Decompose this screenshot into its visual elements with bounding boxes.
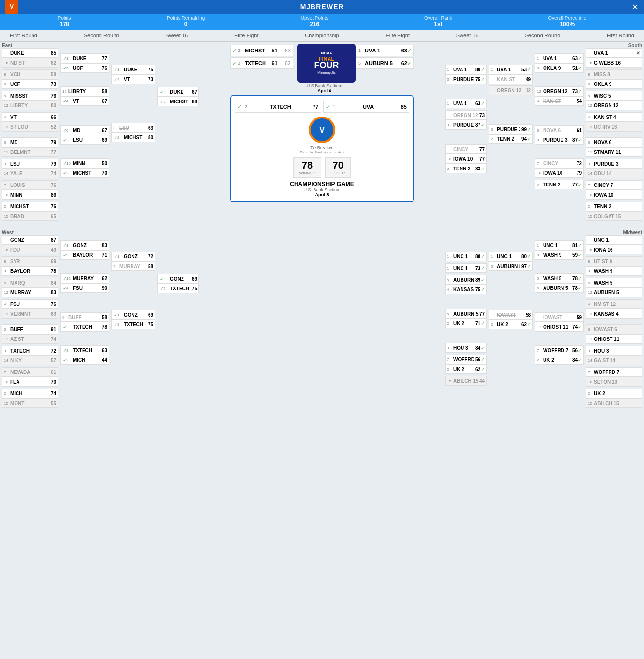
- team-row: 15BRAD65: [2, 211, 58, 221]
- svg-text:NCAA: NCAA: [321, 51, 332, 55]
- team-row: 1UVA 153✓: [489, 65, 533, 74]
- team-row: 5WISC 5: [586, 91, 642, 101]
- team-row: 3HOU 384✓: [445, 343, 487, 353]
- team-row: 16IONA 16: [586, 245, 642, 254]
- team-row: 10IOWA 1079: [535, 168, 584, 178]
- team-row: 2UK 262✓: [445, 364, 487, 374]
- loser-label: LOSER: [331, 171, 345, 175]
- right-side: South 1UVA 1✕ 16G WEBB 16 8MISS 8 9OKLA …: [416, 42, 644, 408]
- champ-date: April 8: [235, 192, 409, 197]
- team-row: 12MURRAY83: [2, 287, 58, 297]
- team-row: ✓3TXTECH63: [60, 345, 109, 355]
- team-row: 7CINCY 7: [586, 180, 642, 190]
- stats-bar: Points 178 Points Remaining 0 Upset Poin…: [0, 14, 644, 30]
- team-row: 7NEVADA61: [2, 367, 58, 377]
- west-label: West: [2, 230, 14, 235]
- team-row: 11OHIOST 1174✓: [535, 322, 584, 332]
- team-row: 1GONZ87: [2, 235, 58, 245]
- team-row: ✓1DUKE75: [111, 65, 155, 74]
- team-row: 8MISS 8: [586, 69, 642, 79]
- team-row: ✓9BAYLOR71: [60, 250, 109, 260]
- ff-date: April 6: [297, 88, 352, 93]
- midwest-label: Midwest: [623, 230, 642, 235]
- team-row: ✓3TXTECH61—62: [230, 57, 293, 69]
- team-row: ✓6MD67: [60, 125, 109, 135]
- team-row: 1UVA 163✓: [445, 99, 487, 108]
- round-sweet16-left: Sweet 16: [165, 33, 188, 38]
- team-row: 5AUBURN 577: [445, 309, 487, 319]
- team-row: ✓12MURRAY62: [60, 273, 109, 283]
- team-row: 16ND ST62: [2, 58, 58, 68]
- loser-score: 70: [331, 160, 345, 171]
- east-label: East: [2, 43, 12, 48]
- team-row: 12LIBRTY80: [2, 101, 58, 110]
- team-row: 10IOWA 1077: [445, 154, 487, 164]
- team-row: 13KANSAS 4: [586, 309, 642, 319]
- header-logo: V: [5, 0, 18, 14]
- r2-south: 1UVA 163✓ 9OKLA 951✓ 12OREGN 1273✓ 4KAN …: [534, 53, 585, 221]
- s16-midwest: 1UNC 180✓ 5AUBURN 597✓ IOWAST58 2UK 262✓: [488, 252, 534, 408]
- team-row: 14ODU 14: [586, 169, 642, 178]
- e8-south: 1UVA 180✓ 3PURDUE 375✓ 1UVA 163✓ OREGN 1…: [444, 65, 488, 221]
- team-row: 5BUFF91: [2, 324, 58, 334]
- team-row: 1UNC 180✓: [489, 252, 533, 261]
- round-sweet16-right: Sweet 16: [456, 33, 479, 38]
- team-row: 9OKLA 951✓: [535, 63, 584, 73]
- svg-text:FOUR: FOUR: [314, 60, 339, 70]
- team-row: ✓4VT73: [111, 74, 155, 84]
- ff-logo-area: NCAA FINAL FOUR Minneapolis U.S Bank Sta…: [296, 44, 354, 93]
- bracket-wrapper: East 1DUKE85 16ND ST62 8VCU58 9UCF73 5MI…: [0, 42, 644, 408]
- team-row: 2UK 284✓: [535, 355, 584, 365]
- team-row: ✓4FSU90: [60, 283, 109, 293]
- team-row: 1UNC 1: [586, 235, 642, 245]
- e8-midwest: 1UNC 188✓ 1UNC 173✓ 5AUBURN 589✓ 4KANSAS…: [444, 252, 488, 408]
- team-row: IOWAST59: [535, 312, 584, 322]
- team-row: 7WOFFRD 7: [586, 367, 642, 377]
- team-row: 3PURDUE 3: [586, 159, 642, 169]
- champ-venue: U.S. Bank Stadium: [235, 187, 409, 192]
- team-row: 10FLA70: [2, 377, 58, 387]
- team-row: 14GA ST 14: [586, 355, 642, 365]
- r1-midwest: 1UNC 1 16IONA 16 8UT ST 8 9WASH 9 5WASH …: [585, 235, 643, 408]
- uva-logo: V: [309, 117, 335, 143]
- team-row: ✓3LSU69: [60, 135, 109, 145]
- r2-midwest: 1UNC 181✓ 9WASH 959✓ 5WASH 578✓ 5AUBURN …: [534, 240, 585, 408]
- team-row: 10MINN86: [2, 190, 58, 200]
- team-row: 11STMARY 11: [586, 147, 642, 157]
- team-row: ✓3TXTECH75: [111, 320, 155, 329]
- team-row: 5AUBURN 578✓: [535, 283, 584, 293]
- team-row: 2MICH74: [2, 389, 58, 398]
- team-row: ✓2MICH44: [60, 355, 109, 365]
- rounds-bar: First Round Second Round Sweet 16 Elite …: [0, 30, 644, 42]
- center-area: ✓2MICHST51—63 ✓3TXTECH61—62 NCAA FINAL F…: [228, 42, 416, 408]
- close-button[interactable]: ✕: [632, 2, 638, 12]
- team-row: 4KANSAS 475✓: [445, 285, 487, 294]
- team-row: 2TENN 294✓: [489, 134, 533, 144]
- rank-stat: Overall Rank 1st: [424, 16, 452, 28]
- champ-teams: ✓3TXTECH77 ✓1UVA85: [235, 100, 409, 114]
- team-row: ✓4VT67: [60, 96, 109, 106]
- team-row: 6BUFF58: [60, 312, 109, 322]
- team-row: 3PURDUE 375✓: [445, 74, 487, 84]
- round-second-left: Second Round: [84, 33, 119, 38]
- team-row: 12OREGN 1273✓: [535, 86, 584, 96]
- team-row: 3PURDUE 387✓: [445, 120, 487, 130]
- r1-west: 1GONZ87 16FDU49 8SYR69 9BAYLOR78 5MARQ64…: [1, 235, 59, 408]
- percentile-stat: Overall Percentile 100%: [548, 16, 586, 28]
- team-row: 5WASH 578✓: [535, 273, 584, 283]
- team-row: 1UVA 1✕: [586, 48, 642, 58]
- team-row: 3HOU 3: [586, 346, 642, 355]
- team-row: 11BELMNT77: [2, 147, 58, 157]
- team-row: 12AUBURN 5: [586, 287, 642, 297]
- ff-left: ✓2MICHST51—63 ✓3TXTECH61—62: [230, 44, 293, 70]
- team-row: 16FDU49: [2, 245, 58, 254]
- team-row: 7LOUIS76: [2, 180, 58, 190]
- team-row: 4VT66: [2, 112, 58, 122]
- team-row: 9OKLA 9: [586, 79, 642, 89]
- tie-breaker-label: Tie Breaker:: [235, 145, 409, 150]
- team-row: 3LSU79: [2, 159, 58, 169]
- team-row: ✓10MINN50: [60, 158, 109, 168]
- round-first-left: First Round: [10, 33, 37, 38]
- round-first-right: First Round: [607, 33, 634, 38]
- team-row: 1UNC 173✓: [445, 263, 487, 273]
